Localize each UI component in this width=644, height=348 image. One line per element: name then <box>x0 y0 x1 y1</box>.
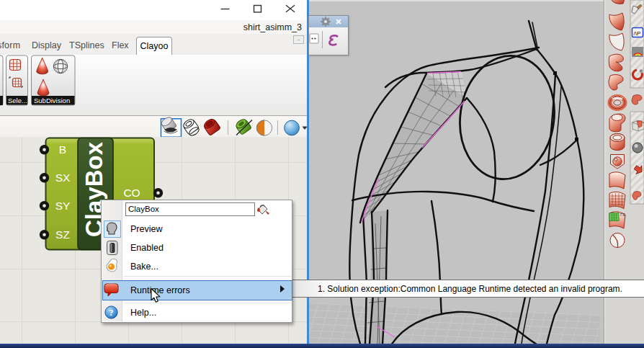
svg-text:Sele...: Sele... <box>8 97 27 104</box>
svg-text:SubDivision: SubDivision <box>34 97 70 104</box>
svg-text:SX: SX <box>55 171 71 184</box>
svg-text:?: ? <box>109 308 114 318</box>
svg-text:B: B <box>59 143 66 156</box>
svg-text:SZ: SZ <box>55 228 70 241</box>
svg-text:SY: SY <box>55 200 71 212</box>
svg-text:CO: CO <box>123 187 140 199</box>
svg-text:/\P: /\P <box>634 30 641 37</box>
svg-text:TS: TS <box>620 213 625 217</box>
